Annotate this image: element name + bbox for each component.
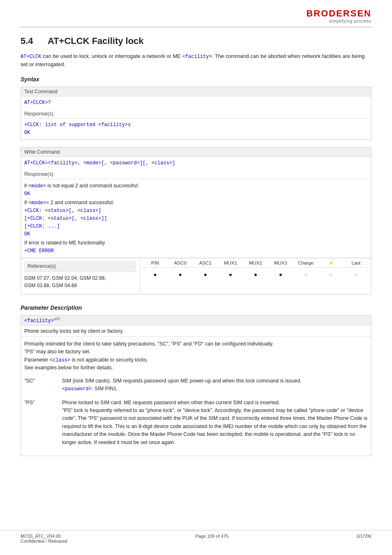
param-val-ps: Phone locked to SIM card. ME requests pa…	[62, 399, 368, 447]
param-detail-p1: Primarily intended for the client to tak…	[24, 340, 368, 372]
page-header: BRODERSEN simplifying process	[21, 8, 371, 28]
ref-col-mux3: MUX3	[268, 260, 293, 265]
class-ref-inline: <class>	[50, 357, 70, 363]
syntax-heading: Syntax	[21, 76, 371, 83]
sc-password-ref: <password>	[62, 386, 92, 392]
dot-charge: ○	[293, 271, 318, 278]
ref-header: PIN ASC0 ASC1 MUX1 MUX2 MUX3 Charge ⚡ La…	[140, 258, 371, 268]
syntax-test-response-label: Response(s)	[21, 109, 371, 119]
param-key-sc: "SC"	[24, 377, 57, 393]
syntax-test-row: Test Command AT+CLCK=? Response(s) +CLCK…	[21, 87, 371, 140]
test-cmd-text: AT+CLCK=?	[24, 100, 51, 106]
ref-col-charge: Charge	[293, 260, 318, 265]
param-entry-ps: "PS" Phone locked to SIM card. ME reques…	[24, 399, 368, 447]
logo-text: BRODERSEN	[306, 8, 371, 19]
syntax-write-response: if <mode> is not equal 2 and command suc…	[21, 179, 371, 258]
ref-col-last: Last	[344, 260, 369, 265]
footer-center: Page 109 of 475	[195, 534, 228, 543]
ref-col-pin: PIN	[143, 260, 168, 265]
reference-label: Reference(s)	[24, 261, 136, 272]
section-heading: 5.4 AT+CLCK Facility lock	[21, 36, 371, 46]
param-val-sc: SIM (lock SIM cards). SIM requests passw…	[62, 377, 368, 393]
write-resp-err-label: If error is related to ME functionality	[24, 240, 105, 246]
dot-special: ○	[318, 271, 344, 278]
test-resp-ok: OK	[24, 130, 30, 136]
param-facility-block: <facility>str Phone security locks set b…	[21, 315, 371, 456]
write-cmd-text: AT+CLCK=<facility>, <mode>[, <password>]…	[24, 160, 175, 166]
page: BRODERSEN simplifying process 5.4 AT+CLC…	[0, 0, 392, 555]
dot-mux3: ●	[268, 271, 293, 278]
footer-left: MC55_ATC_V04.00 Confidential / Released	[21, 534, 67, 543]
ref-col-asc0: ASC0	[168, 260, 193, 265]
param-section: Parameter Description <facility>str Phon…	[21, 304, 371, 456]
logo: BRODERSEN simplifying process	[306, 8, 371, 23]
write-resp-ok2: OK	[24, 231, 30, 237]
footer-doc-id: MC55_ATC_V04.00	[21, 534, 67, 539]
param-key-ps: "PS"	[24, 399, 57, 447]
ref-col-mux2: MUX2	[243, 260, 268, 265]
desc-text-mid: can be used to lock, unlock or interroga…	[41, 53, 182, 59]
test-facility-ref: <facility>	[98, 122, 128, 128]
param-entries: "SC" SIM (lock SIM cards). SIM requests …	[24, 377, 368, 447]
syntax-test-command: AT+CLCK=?	[21, 97, 371, 109]
ref-text: GSM 07.07, GSM 02.04, GSM 02.88, GSM 03.…	[24, 275, 106, 288]
dot-asc0: ●	[168, 271, 193, 278]
reference-refs: GSM 07.07, GSM 02.04, GSM 02.88, GSM 03.…	[24, 272, 136, 292]
syntax-write-command: AT+CLCK=<facility>, <mode>[, <password>]…	[21, 157, 371, 170]
param-facility-desc: Phone security locks set by client or fa…	[21, 326, 371, 337]
write-resp-clck1: +CLCK: <status>[, <class>]	[24, 208, 101, 214]
param-facility-detail: Primarily intended for the client to tak…	[21, 337, 371, 456]
ref-dots: ● ● ● ● ● ● ○ ○ ○	[140, 268, 371, 281]
syntax-test-label: Test Command	[21, 87, 371, 97]
dot-last: ○	[344, 271, 369, 278]
syntax-block-test: Test Command AT+CLCK=? Response(s) +CLCK…	[21, 87, 371, 140]
ref-col-special: ⚡	[318, 260, 344, 266]
reference-row: Reference(s) GSM 07.07, GSM 02.04, GSM 0…	[21, 258, 371, 294]
dot-pin: ●	[143, 271, 168, 278]
reference-left: Reference(s) GSM 07.07, GSM 02.04, GSM 0…	[21, 258, 140, 294]
desc-code-facility: <facility>	[182, 54, 212, 60]
description: AT+CLCK can be used to lock, unlock or i…	[21, 52, 371, 69]
dot-mux2: ●	[243, 271, 268, 278]
dot-asc1: ●	[193, 271, 218, 278]
syntax-block-write: Write Command AT+CLCK=<facility>, <mode>…	[21, 147, 371, 295]
write-resp-2: if <mode>= 2 and command successful:	[24, 200, 114, 205]
param-facility-code: <facility>	[24, 318, 54, 324]
desc-code-atclck: AT+CLCK	[21, 54, 41, 60]
ref-col-asc1: ASC1	[193, 260, 218, 265]
logo-sub: simplifying process	[329, 19, 371, 23]
section-title: AT+CLCK Facility lock	[48, 36, 144, 46]
reference-right: PIN ASC0 ASC1 MUX1 MUX2 MUX3 Charge ⚡ La…	[140, 258, 371, 294]
section-number: 5.4	[21, 36, 33, 46]
syntax-write-response-label: Response(s)	[21, 170, 371, 179]
write-resp-ok1: OK	[24, 191, 30, 197]
write-resp-1: if <mode> is not equal 2 and command suc…	[24, 183, 139, 189]
syntax-test-response: +CLCK: list of supported <facility>s OK	[21, 119, 371, 139]
test-resp-clck: +CLCK: list of supported <facility>s	[24, 122, 131, 128]
write-resp-cme: +CME ERROR	[24, 248, 54, 254]
param-heading: Parameter Description	[21, 304, 371, 311]
syntax-write-label: Write Command	[21, 147, 371, 157]
write-resp-clck2: [+CLCK: <status>[, <class>]]	[24, 216, 107, 221]
dot-mux1: ●	[218, 271, 243, 278]
param-entry-sc: "SC" SIM (lock SIM cards). SIM requests …	[24, 377, 368, 393]
write-resp-clck3: [+CLCK: ...]	[24, 223, 60, 229]
footer-status: Confidential / Released	[21, 539, 67, 543]
ref-col-mux1: MUX1	[218, 260, 243, 265]
footer-right: 3/17/06	[356, 534, 371, 543]
syntax-write-row: Write Command AT+CLCK=<facility>, <mode>…	[21, 147, 371, 258]
param-facility-label: <facility>str	[21, 315, 371, 326]
page-footer: MC55_ATC_V04.00 Confidential / Released …	[0, 530, 392, 547]
param-facility-sup: str	[54, 317, 60, 321]
